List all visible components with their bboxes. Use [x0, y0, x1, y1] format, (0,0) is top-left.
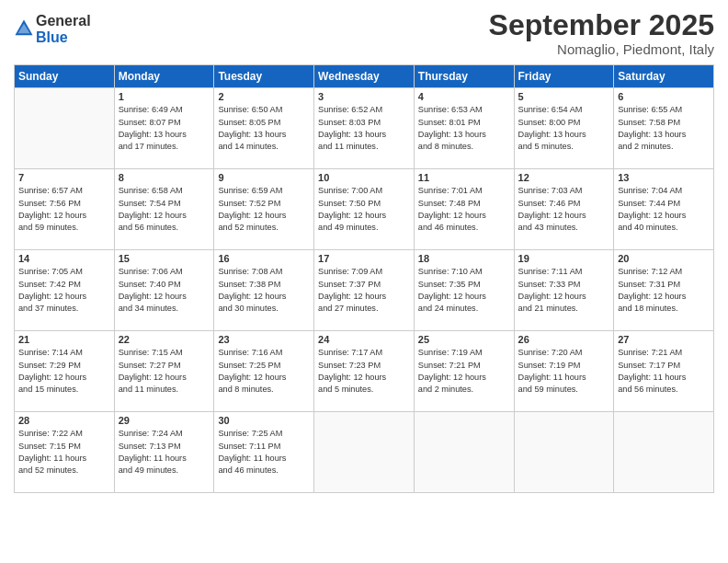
- day-cell: 18Sunrise: 7:10 AM Sunset: 7:35 PM Dayli…: [414, 250, 514, 331]
- day-cell: 1Sunrise: 6:49 AM Sunset: 8:07 PM Daylig…: [114, 88, 214, 169]
- col-header-wednesday: Wednesday: [314, 65, 415, 88]
- day-cell: 25Sunrise: 7:19 AM Sunset: 7:21 PM Dayli…: [414, 331, 514, 412]
- month-title: September 2025: [489, 9, 714, 41]
- day-number: 27: [618, 334, 710, 345]
- day-cell: 23Sunrise: 7:16 AM Sunset: 7:25 PM Dayli…: [214, 331, 314, 412]
- day-info: Sunrise: 7:15 AM Sunset: 7:27 PM Dayligh…: [119, 347, 210, 396]
- day-cell: 28Sunrise: 7:22 AM Sunset: 7:15 PM Dayli…: [15, 412, 115, 493]
- day-number: 14: [18, 253, 110, 264]
- day-cell: 24Sunrise: 7:17 AM Sunset: 7:23 PM Dayli…: [314, 331, 415, 412]
- col-header-monday: Monday: [114, 65, 214, 88]
- calendar-table: SundayMondayTuesdayWednesdayThursdayFrid…: [14, 64, 714, 493]
- day-info: Sunrise: 6:58 AM Sunset: 7:54 PM Dayligh…: [119, 185, 210, 234]
- day-cell: 6Sunrise: 6:55 AM Sunset: 7:58 PM Daylig…: [614, 88, 714, 169]
- day-info: Sunrise: 7:24 AM Sunset: 7:13 PM Dayligh…: [119, 428, 210, 477]
- day-number: 6: [618, 91, 710, 102]
- day-info: Sunrise: 7:12 AM Sunset: 7:31 PM Dayligh…: [618, 266, 710, 315]
- day-number: 3: [318, 91, 410, 102]
- day-info: Sunrise: 6:52 AM Sunset: 8:03 PM Dayligh…: [318, 104, 410, 153]
- day-cell: 10Sunrise: 7:00 AM Sunset: 7:50 PM Dayli…: [314, 169, 415, 250]
- day-info: Sunrise: 6:55 AM Sunset: 7:58 PM Dayligh…: [618, 104, 710, 153]
- day-number: 15: [119, 253, 210, 264]
- day-number: 21: [18, 334, 110, 345]
- day-info: Sunrise: 7:04 AM Sunset: 7:44 PM Dayligh…: [618, 185, 710, 234]
- day-number: 1: [119, 91, 210, 102]
- day-number: 2: [218, 91, 310, 102]
- day-cell: [414, 412, 514, 493]
- week-row-1: 7Sunrise: 6:57 AM Sunset: 7:56 PM Daylig…: [15, 169, 714, 250]
- week-row-3: 21Sunrise: 7:14 AM Sunset: 7:29 PM Dayli…: [15, 331, 714, 412]
- col-header-tuesday: Tuesday: [214, 65, 314, 88]
- day-info: Sunrise: 6:49 AM Sunset: 8:07 PM Dayligh…: [119, 104, 210, 153]
- day-number: 5: [518, 91, 610, 102]
- day-cell: 9Sunrise: 6:59 AM Sunset: 7:52 PM Daylig…: [214, 169, 314, 250]
- day-cell: 14Sunrise: 7:05 AM Sunset: 7:42 PM Dayli…: [15, 250, 115, 331]
- logo-text: General Blue: [36, 13, 91, 45]
- day-cell: 20Sunrise: 7:12 AM Sunset: 7:31 PM Dayli…: [614, 250, 714, 331]
- day-number: 26: [518, 334, 610, 345]
- day-number: 7: [18, 172, 110, 183]
- day-info: Sunrise: 6:54 AM Sunset: 8:00 PM Dayligh…: [518, 104, 610, 153]
- day-number: 13: [618, 172, 710, 183]
- day-cell: [15, 88, 115, 169]
- day-info: Sunrise: 7:21 AM Sunset: 7:17 PM Dayligh…: [618, 347, 710, 396]
- day-cell: 3Sunrise: 6:52 AM Sunset: 8:03 PM Daylig…: [314, 88, 415, 169]
- day-cell: 17Sunrise: 7:09 AM Sunset: 7:37 PM Dayli…: [314, 250, 415, 331]
- day-info: Sunrise: 7:14 AM Sunset: 7:29 PM Dayligh…: [18, 347, 110, 396]
- day-cell: 29Sunrise: 7:24 AM Sunset: 7:13 PM Dayli…: [114, 412, 214, 493]
- day-cell: 13Sunrise: 7:04 AM Sunset: 7:44 PM Dayli…: [614, 169, 714, 250]
- day-number: 12: [518, 172, 610, 183]
- day-cell: [514, 412, 614, 493]
- day-number: 24: [318, 334, 410, 345]
- day-info: Sunrise: 7:09 AM Sunset: 7:37 PM Dayligh…: [318, 266, 410, 315]
- day-info: Sunrise: 7:19 AM Sunset: 7:21 PM Dayligh…: [418, 347, 510, 396]
- page: General Blue September 2025 Nomaglio, Pi…: [0, 0, 728, 563]
- day-number: 29: [119, 415, 210, 426]
- day-cell: 30Sunrise: 7:25 AM Sunset: 7:11 PM Dayli…: [214, 412, 314, 493]
- day-info: Sunrise: 7:16 AM Sunset: 7:25 PM Dayligh…: [218, 347, 310, 396]
- day-cell: 12Sunrise: 7:03 AM Sunset: 7:46 PM Dayli…: [514, 169, 614, 250]
- day-cell: 5Sunrise: 6:54 AM Sunset: 8:00 PM Daylig…: [514, 88, 614, 169]
- day-cell: 21Sunrise: 7:14 AM Sunset: 7:29 PM Dayli…: [15, 331, 115, 412]
- day-number: 25: [418, 334, 510, 345]
- week-row-4: 28Sunrise: 7:22 AM Sunset: 7:15 PM Dayli…: [15, 412, 714, 493]
- col-header-thursday: Thursday: [414, 65, 514, 88]
- day-info: Sunrise: 6:50 AM Sunset: 8:05 PM Dayligh…: [218, 104, 310, 153]
- day-number: 10: [318, 172, 410, 183]
- day-number: 28: [18, 415, 110, 426]
- day-info: Sunrise: 6:57 AM Sunset: 7:56 PM Dayligh…: [18, 185, 110, 234]
- day-cell: [314, 412, 415, 493]
- day-number: 19: [518, 253, 610, 264]
- day-cell: [614, 412, 714, 493]
- day-cell: 8Sunrise: 6:58 AM Sunset: 7:54 PM Daylig…: [114, 169, 214, 250]
- day-number: 23: [218, 334, 310, 345]
- day-number: 9: [218, 172, 310, 183]
- day-cell: 26Sunrise: 7:20 AM Sunset: 7:19 PM Dayli…: [514, 331, 614, 412]
- day-number: 17: [318, 253, 410, 264]
- day-info: Sunrise: 7:01 AM Sunset: 7:48 PM Dayligh…: [418, 185, 510, 234]
- week-row-2: 14Sunrise: 7:05 AM Sunset: 7:42 PM Dayli…: [15, 250, 714, 331]
- header: General Blue September 2025 Nomaglio, Pi…: [14, 9, 714, 57]
- day-info: Sunrise: 7:03 AM Sunset: 7:46 PM Dayligh…: [518, 185, 610, 234]
- title-block: September 2025 Nomaglio, Piedmont, Italy: [489, 9, 714, 57]
- day-cell: 27Sunrise: 7:21 AM Sunset: 7:17 PM Dayli…: [614, 331, 714, 412]
- day-number: 8: [119, 172, 210, 183]
- day-info: Sunrise: 7:05 AM Sunset: 7:42 PM Dayligh…: [18, 266, 110, 315]
- day-cell: 19Sunrise: 7:11 AM Sunset: 7:33 PM Dayli…: [514, 250, 614, 331]
- day-cell: 11Sunrise: 7:01 AM Sunset: 7:48 PM Dayli…: [414, 169, 514, 250]
- day-info: Sunrise: 7:06 AM Sunset: 7:40 PM Dayligh…: [119, 266, 210, 315]
- day-cell: 7Sunrise: 6:57 AM Sunset: 7:56 PM Daylig…: [15, 169, 115, 250]
- day-info: Sunrise: 7:11 AM Sunset: 7:33 PM Dayligh…: [518, 266, 610, 315]
- day-info: Sunrise: 7:17 AM Sunset: 7:23 PM Dayligh…: [318, 347, 410, 396]
- day-info: Sunrise: 7:20 AM Sunset: 7:19 PM Dayligh…: [518, 347, 610, 396]
- day-info: Sunrise: 7:22 AM Sunset: 7:15 PM Dayligh…: [18, 428, 110, 477]
- day-number: 4: [418, 91, 510, 102]
- day-number: 11: [418, 172, 510, 183]
- week-row-0: 1Sunrise: 6:49 AM Sunset: 8:07 PM Daylig…: [15, 88, 714, 169]
- day-info: Sunrise: 7:10 AM Sunset: 7:35 PM Dayligh…: [418, 266, 510, 315]
- col-header-saturday: Saturday: [614, 65, 714, 88]
- day-number: 20: [618, 253, 710, 264]
- day-number: 22: [119, 334, 210, 345]
- day-number: 16: [218, 253, 310, 264]
- day-number: 30: [218, 415, 310, 426]
